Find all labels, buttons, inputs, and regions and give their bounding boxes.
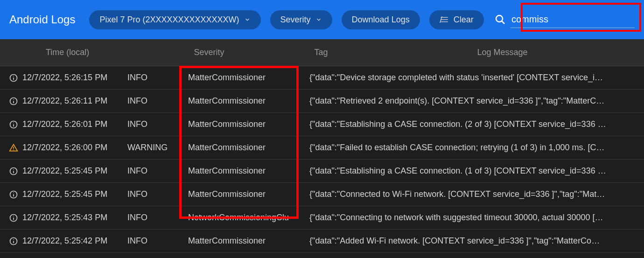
cell-tag: MatterCommissioner [188,166,309,176]
log-rows-container: 12/7/2022, 5:26:15 PMINFOMatterCommissio… [0,66,644,253]
column-header-time: Time (local) [22,48,127,57]
severity-selector[interactable]: Severity [270,10,332,29]
svg-point-25 [13,216,14,216]
svg-point-8 [13,76,14,77]
table-row[interactable]: 12/7/2022, 5:26:11 PMINFOMatterCommissio… [0,90,644,113]
info-icon [5,73,22,83]
cell-time: 12/7/2022, 5:26:11 PM [22,96,127,106]
column-header-tag: Tag [244,48,365,57]
svg-point-28 [13,239,14,240]
header-bar: Android Logs Pixel 7 Pro (2XXXXXXXXXXXXX… [0,0,644,39]
page-title: Android Logs [9,13,75,26]
cell-severity: INFO [127,119,188,129]
warning-icon [5,143,22,153]
cell-message: {"data":"Establishing a CASE connection.… [309,166,639,176]
info-icon [5,237,22,246]
chevron-down-icon [244,16,251,23]
cell-tag: MatterCommissioner [188,73,309,83]
clear-icon [440,16,449,23]
cell-time: 12/7/2022, 5:26:01 PM [22,119,127,129]
cell-tag: MatterCommissioner [188,119,309,129]
device-label: Pixel 7 Pro (2XXXXXXXXXXXXXXW) [99,15,239,25]
search-container [495,11,635,28]
cell-time: 12/7/2022, 5:25:45 PM [22,166,127,176]
column-header-message: Log Message [365,48,639,57]
info-icon [5,190,22,199]
severity-label: Severity [280,15,311,25]
info-icon [5,167,22,176]
cell-severity: INFO [127,73,188,83]
info-icon [5,120,22,129]
table-row[interactable]: 12/7/2022, 5:25:45 PMINFOMatterCommissio… [0,183,644,206]
info-icon [5,97,22,106]
cell-tag: MatterCommissioner [188,96,309,106]
cell-message: {"data":"Added Wi-Fi network. [CONTEXT s… [309,236,639,246]
cell-message: {"data":"Failed to establish CASE connec… [309,143,639,153]
svg-point-19 [13,169,14,170]
cell-time: 12/7/2022, 5:26:00 PM [22,143,127,153]
table-row[interactable]: 12/7/2022, 5:25:42 PMINFOMatterCommissio… [0,230,644,253]
table-row[interactable]: 12/7/2022, 5:25:43 PMINFONetworkCommissi… [0,206,644,230]
cell-severity: INFO [127,96,188,106]
clear-button[interactable]: Clear [429,10,484,29]
table-header: Time (local) Severity Tag Log Message [0,39,644,66]
cell-time: 12/7/2022, 5:25:45 PM [22,189,127,199]
column-icon-spacer [5,48,22,57]
cell-tag: NetworkCommissioningClu [188,213,309,223]
cell-time: 12/7/2022, 5:26:15 PM [22,73,127,83]
column-header-severity: Severity [127,48,244,57]
table-row[interactable]: 12/7/2022, 5:26:00 PMWARNINGMatterCommis… [0,136,644,160]
device-selector[interactable]: Pixel 7 Pro (2XXXXXXXXXXXXXXW) [89,10,260,29]
cell-severity: WARNING [127,143,188,153]
cell-time: 12/7/2022, 5:25:43 PM [22,213,127,223]
table-row[interactable]: 12/7/2022, 5:26:15 PMINFOMatterCommissio… [0,66,644,90]
info-icon [5,213,22,223]
download-logs-button[interactable]: Download Logs [342,10,420,29]
chevron-down-icon [315,16,322,23]
svg-point-14 [13,122,14,123]
search-input[interactable] [511,11,635,28]
cell-severity: INFO [127,166,188,176]
svg-point-4 [496,15,503,22]
clear-label: Clear [454,15,474,25]
cell-message: {"data":"Establishing a CASE connection.… [309,119,639,129]
cell-message: {"data":"Connecting to network with sugg… [309,213,639,223]
cell-tag: MatterCommissioner [188,143,309,153]
cell-tag: MatterCommissioner [188,236,309,246]
cell-tag: MatterCommissioner [188,189,309,199]
cell-time: 12/7/2022, 5:25:42 PM [22,236,127,246]
svg-point-16 [13,149,14,150]
cell-severity: INFO [127,236,188,246]
cell-severity: INFO [127,213,188,223]
table-row[interactable]: 12/7/2022, 5:25:45 PMINFOMatterCommissio… [0,160,644,183]
svg-point-22 [13,192,14,193]
cell-severity: INFO [127,189,188,199]
svg-line-5 [502,21,504,24]
download-label: Download Logs [352,15,410,25]
cell-message: {"data":"Device storage completed with s… [309,73,639,83]
svg-point-11 [13,99,14,100]
cell-message: {"data":"Retrieved 2 endpoint(s). [CONTE… [309,96,639,106]
cell-message: {"data":"Connected to Wi-Fi network. [CO… [309,189,639,199]
table-row[interactable]: 12/7/2022, 5:26:01 PMINFOMatterCommissio… [0,113,644,136]
search-icon [495,14,506,25]
